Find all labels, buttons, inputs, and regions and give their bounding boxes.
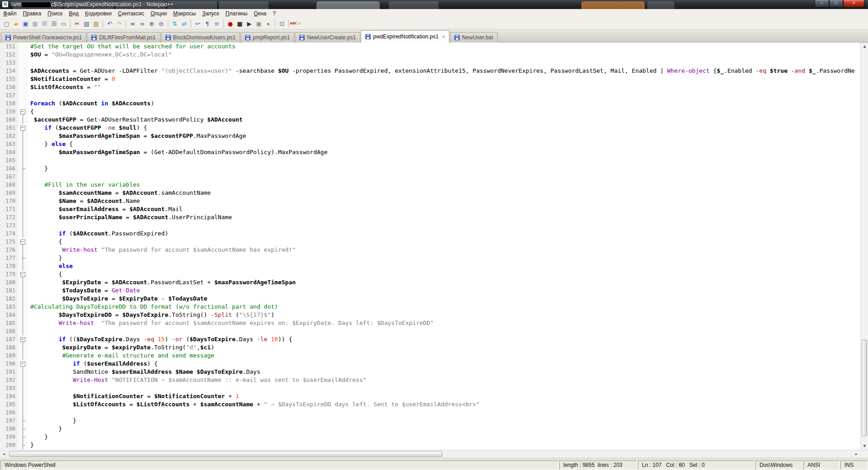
code-text[interactable]: } <box>28 164 48 173</box>
tab-dlliftfilesfrommail[interactable]: DlLiftFilesFromMail.ps1 <box>87 32 160 42</box>
code-line[interactable]: 171 $userEmailAddress = $ADAccount.Mail <box>0 205 860 213</box>
spell-check-abc[interactable]: ABC <box>291 19 300 28</box>
code-line[interactable]: 159{ <box>0 108 860 116</box>
start-recording-macro-icon[interactable]: ● <box>226 19 235 28</box>
code-line[interactable]: 183#Calculating DaysToExpireDD to DD for… <box>0 303 860 311</box>
code-text[interactable] <box>28 156 30 164</box>
menu-help[interactable]: ? <box>269 9 279 18</box>
line-number[interactable]: 163 <box>0 140 18 148</box>
line-number[interactable]: 154 <box>0 67 18 75</box>
code-line[interactable]: 194 $NotificationCounter = $Notification… <box>0 392 860 400</box>
code-text[interactable]: $ExpiryDate = $ADAccount.PasswordLastSet… <box>28 278 296 287</box>
print-icon[interactable]: ▭ <box>59 19 68 28</box>
code-text[interactable]: } <box>28 441 34 449</box>
code-lines[interactable]: 151#Set the target OU that will be searc… <box>0 42 860 450</box>
code-text[interactable]: $Name = $ADAccount.Name <box>28 197 140 205</box>
code-line[interactable]: 199 } <box>0 433 860 441</box>
menu-view[interactable]: Вид <box>66 9 82 18</box>
code-text[interactable]: #Fill in the user variables <box>28 181 140 189</box>
line-number[interactable]: 165 <box>0 156 18 164</box>
line-number[interactable]: 162 <box>0 132 18 140</box>
line-number[interactable]: 164 <box>0 148 18 156</box>
code-text[interactable]: } <box>28 254 62 262</box>
fold-margin[interactable] <box>18 108 28 116</box>
code-line[interactable]: 176 Write-host "The password for account… <box>0 246 860 254</box>
line-number[interactable]: 174 <box>0 230 18 238</box>
vertical-scroll-thumb[interactable] <box>862 340 867 436</box>
line-number[interactable]: 168 <box>0 181 18 189</box>
code-text[interactable]: { <box>28 238 62 246</box>
code-text[interactable]: #Calculating DaysToExpireDD to DD format… <box>28 303 278 311</box>
save-icon[interactable]: ▣ <box>21 19 30 28</box>
code-text[interactable]: $maxPasswordAgeTimeSpan = $accountFGPP.M… <box>28 132 246 140</box>
fold-collapse-icon[interactable] <box>20 272 25 277</box>
line-number[interactable]: 197 <box>0 417 18 425</box>
fold-collapse-icon[interactable] <box>20 362 25 367</box>
code-text[interactable]: $samAccountName = $ADAccount.samAccountN… <box>28 189 211 197</box>
code-text[interactable]: $maxPasswordAgeTimeSpan = (Get-ADDefault… <box>28 148 327 156</box>
title-bar[interactable]: N \\vmc$\Scripts\pwdExpiredNotification.… <box>0 0 868 9</box>
line-number[interactable]: 153 <box>0 59 18 67</box>
code-line[interactable]: 163 } else { <box>0 140 860 148</box>
line-number[interactable]: 155 <box>0 75 18 83</box>
line-number[interactable]: 180 <box>0 278 18 287</box>
code-line[interactable]: 152$OU = "OU=Подразделения,DC=stc,DC=loc… <box>0 51 860 59</box>
undo-icon[interactable]: ↶ <box>105 19 114 28</box>
word-wrap-icon[interactable]: ↩ <box>193 19 203 28</box>
code-line[interactable]: 164 $maxPasswordAgeTimeSpan = (Get-ADDef… <box>0 148 860 156</box>
code-line[interactable]: 158Foreach ($ADAccount in $ADAccounts) <box>0 99 860 108</box>
line-number[interactable]: 166 <box>0 164 18 173</box>
find-icon[interactable]: ∞ <box>128 19 137 28</box>
code-text[interactable]: $NotificationCounter = $NotificationCoun… <box>28 392 239 400</box>
line-number[interactable]: 175 <box>0 238 18 246</box>
line-number[interactable]: 172 <box>0 213 18 221</box>
code-line[interactable]: 161 if ($accountFGPP -ne $null) { <box>0 124 860 132</box>
line-number[interactable]: 181 <box>0 287 18 295</box>
code-text[interactable] <box>28 409 30 417</box>
scroll-up-button[interactable]: ▲ <box>861 42 868 50</box>
code-text[interactable]: $DaysToExpire = $ExpiryDate - $TodaysDat… <box>28 295 207 303</box>
menu-file[interactable]: Файл <box>0 9 20 18</box>
line-number[interactable]: 159 <box>0 108 18 116</box>
code-line[interactable]: 173 <box>0 221 860 230</box>
line-number[interactable]: 167 <box>0 173 18 181</box>
save-macro-icon[interactable]: ▣ <box>254 19 264 28</box>
code-text[interactable]: } else { <box>28 140 73 148</box>
line-number[interactable]: 179 <box>0 270 18 278</box>
code-line[interactable]: 193 <box>0 384 860 392</box>
save-all-icon[interactable]: ▦ <box>30 19 40 28</box>
stop-recording-macro-icon[interactable]: ■ <box>235 19 245 28</box>
code-line[interactable]: 165 <box>0 156 860 164</box>
restore-button[interactable]: □ <box>829 0 843 7</box>
tab-newuser-bat[interactable]: NewUser.bat <box>450 32 498 42</box>
line-number[interactable]: 194 <box>0 392 18 400</box>
line-number[interactable]: 157 <box>0 91 18 99</box>
line-number[interactable]: 185 <box>0 319 18 327</box>
code-text[interactable]: if (($DaysToExpire.Days -eq 15) -or ($Da… <box>28 335 292 343</box>
code-text[interactable]: #Generate e-mail structure and send mess… <box>28 352 214 360</box>
fold-collapse-icon[interactable] <box>20 337 25 342</box>
tab-newusercreate[interactable]: NewUserCreate.ps1 <box>295 32 360 42</box>
code-text[interactable]: $OU = "OU=Подразделения,DC=stc,DC=local" <box>28 51 172 59</box>
code-text[interactable]: $NotificationCounter = 0 <box>28 75 115 83</box>
redo-icon[interactable]: ↷ <box>114 19 124 28</box>
code-line[interactable]: 174 if ($ADAccount.PasswordExpired) <box>0 230 860 238</box>
code-line[interactable]: 191 SandNotice $userEmailAddress $Name $… <box>0 368 860 376</box>
line-number[interactable]: 187 <box>0 335 18 343</box>
fold-margin[interactable] <box>18 124 28 132</box>
zoom-in-icon[interactable]: ⊕ <box>147 19 156 28</box>
line-number[interactable]: 200 <box>0 441 18 449</box>
close-button[interactable]: × <box>843 0 864 7</box>
line-number[interactable]: 151 <box>0 42 18 51</box>
code-text[interactable]: $ADAccounts = Get-ADUser -LDAPFilter "(o… <box>28 67 855 75</box>
menu-run[interactable]: Запуск <box>199 9 222 18</box>
new-file-icon[interactable]: ▢ <box>2 19 11 28</box>
line-number[interactable]: 182 <box>0 295 18 303</box>
code-line[interactable]: 162 $maxPasswordAgeTimeSpan = $accountFG… <box>0 132 860 140</box>
tab-close-icon[interactable]: × <box>442 34 445 39</box>
code-line[interactable]: 166 } <box>0 164 860 173</box>
menu-plugins[interactable]: Плагины <box>222 9 251 18</box>
code-line[interactable]: 168 #Fill in the user variables <box>0 181 860 189</box>
code-line[interactable]: 170 $Name = $ADAccount.Name <box>0 197 860 205</box>
code-line[interactable]: 184 $DaysToExpireDD = $DaysToExpire.ToSt… <box>0 311 860 319</box>
